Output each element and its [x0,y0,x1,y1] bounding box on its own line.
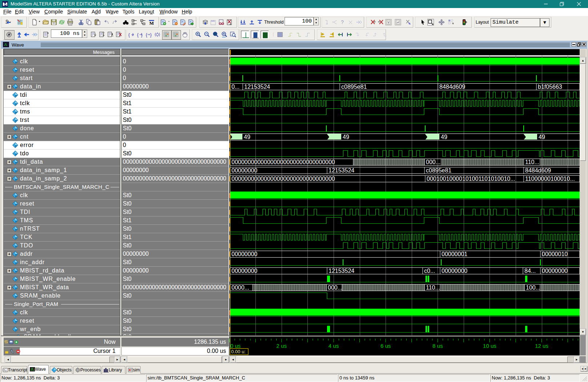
svg-text:8 us: 8 us [432,343,443,349]
svg-text:11000000100010...: 11000000100010... [525,176,575,182]
svg-text:49: 49 [539,134,545,140]
svg-text:110...: 110... [426,284,440,291]
svg-text:}: } [141,32,143,37]
svg-text:{: { [146,32,148,37]
svg-text:49: 49 [441,134,447,140]
svg-text:0.00 u:: 0.00 u: [231,349,246,354]
svg-text:12153524: 12153524 [329,167,354,174]
svg-text:8484d609: 8484d609 [439,84,465,90]
svg-text:?: ? [341,19,344,25]
svg-text:000000000000000000000000000000: 00000000000000000000000000000000 [231,159,335,165]
svg-text:6 us: 6 us [380,343,391,349]
svg-text:c0895e81: c0895e81 [341,84,367,90]
svg-text:c0895e81: c0895e81 [426,167,451,174]
svg-text:}: } [150,32,152,37]
svg-text:4 us: 4 us [329,343,339,349]
svg-text:49: 49 [343,134,349,140]
svg-text:00000000: 00000000 [231,167,257,174]
svg-text:00010010000101001101010010...: 00010010000101001101010010... [427,176,515,182]
svg-text:000000000000000000000000000000: 00000000000000000000000000000000 [231,176,335,182]
svg-text:84...: 84... [524,268,536,274]
svg-text:12153524: 12153524 [244,84,270,90]
svg-text:00000000: 00000000 [542,268,568,274]
svg-text:0...: 0... [231,84,239,90]
svg-text:49: 49 [244,134,250,140]
svg-text:Y: Y [387,21,390,24]
svg-text:00000000: 00000000 [442,268,467,274]
svg-text:c0...: c0... [424,268,435,274]
svg-text:110...: 110... [525,159,539,165]
svg-text:b1f05663: b1f05663 [538,84,562,90]
svg-text:12153524: 12153524 [329,268,354,274]
svg-text:M: M [149,20,154,25]
svg-text:00000000: 00000000 [231,268,257,274]
svg-text:2 us: 2 us [277,343,287,349]
svg-text:00000001: 00000001 [442,251,467,257]
svg-text:{: { [128,32,130,37]
svg-text:12 us: 12 us [535,343,548,349]
svg-text:100...: 100... [526,284,540,291]
svg-text:000...: 000... [426,159,440,165]
svg-text:000...: 000... [328,284,342,291]
svg-text:{: { [137,32,139,37]
svg-text:00000010: 00000010 [542,251,568,257]
svg-text:0 us: 0 us [230,343,241,349]
svg-text:00000000: 00000000 [231,251,257,257]
svg-text:Wave: Wave [12,42,24,48]
svg-text:8484d609: 8484d609 [525,167,551,174]
svg-text:0000...: 0000... [231,284,249,291]
svg-text:10 us: 10 us [483,343,496,349]
